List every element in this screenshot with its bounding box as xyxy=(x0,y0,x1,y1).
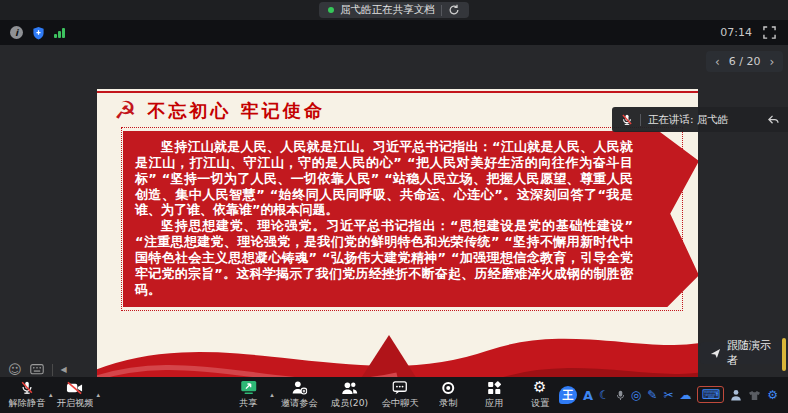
pill-divider xyxy=(441,5,442,16)
mini-divider xyxy=(52,364,53,376)
slide-page-navigator: ‹ 6 / 20 › xyxy=(706,51,783,72)
pointer-icon xyxy=(710,348,721,359)
slide-red-banner: 坚持江山就是人民、人民就是江山。习近平总书记指出：“江山就是人民、人民就是江山，… xyxy=(123,131,698,307)
apps-grid-icon xyxy=(487,380,501,395)
sharing-status-text: 屈弋皓正在共享文档 xyxy=(340,3,435,17)
sharing-status-pill: 屈弋皓正在共享文档 xyxy=(319,2,469,18)
gear-icon: ⚙ xyxy=(533,380,546,395)
caption-icon[interactable] xyxy=(30,364,44,375)
members-icon xyxy=(341,380,358,395)
dark-mode-moon-icon[interactable]: ☾ xyxy=(599,389,610,401)
emoji-picker-icon[interactable]: ◎ xyxy=(631,389,641,401)
active-speaker-badge: 正在讲话: 屈弋皓 xyxy=(612,107,788,132)
handwriting-pen-icon[interactable]: ✎ xyxy=(647,389,657,401)
record-icon xyxy=(442,380,454,395)
camera-off-icon xyxy=(66,380,83,395)
user-profile-icon[interactable] xyxy=(730,389,742,401)
scroll-indicator[interactable] xyxy=(782,338,786,371)
unmute-button[interactable]: 解除静音 xyxy=(4,380,50,410)
switch-share-icon[interactable] xyxy=(448,4,460,16)
meeting-statusbar: i 07:14 xyxy=(0,20,788,45)
page-indicator: 6 / 20 xyxy=(729,55,761,68)
settings-label: 设置 xyxy=(531,397,549,410)
share-button[interactable]: 共享 xyxy=(225,380,271,410)
window-titlebar: 屈弋皓正在共享文档 xyxy=(0,0,788,20)
skin-shirt-icon[interactable] xyxy=(748,390,761,401)
unmute-label: 解除静音 xyxy=(9,397,46,410)
chat-label: 会中聊天 xyxy=(381,397,418,410)
ime-logo-icon[interactable]: 王 xyxy=(559,386,577,404)
invite-person-icon xyxy=(291,380,307,395)
slide-paragraph-2: 坚持思想建党、理论强党。习近平总书记指出：“思想建设是党的基础性建设” “注重思… xyxy=(135,218,633,297)
mic-muted-icon xyxy=(20,380,34,395)
slide-title: 不忘初心 牢记使命 xyxy=(147,99,324,123)
info-icon[interactable]: i xyxy=(10,26,23,39)
slide-paragraph-1: 坚持江山就是人民、人民就是江山。习近平总书记指出：“江山就是人民、人民就是江山，… xyxy=(135,139,633,218)
start-video-label: 开启视频 xyxy=(56,397,93,410)
scissors-icon[interactable]: ✂ xyxy=(663,389,673,401)
badge-divider xyxy=(640,114,641,126)
collapse-strip-icon[interactable]: ◀ xyxy=(61,365,67,374)
next-page-icon[interactable]: › xyxy=(770,55,775,69)
network-signal-icon[interactable] xyxy=(54,27,65,38)
invite-label: 邀请参会 xyxy=(280,397,317,410)
collapse-badge-icon[interactable] xyxy=(767,115,779,125)
invite-button[interactable]: 邀请参会 xyxy=(273,380,325,410)
cloud-icon[interactable]: ☁ xyxy=(679,389,691,401)
prev-page-icon[interactable]: ‹ xyxy=(715,55,720,69)
follow-presenter-button[interactable]: 跟随演示者 xyxy=(700,342,788,364)
meeting-toolbar: 解除静音 ▴ 开启视频 ▴ 共享 xyxy=(0,377,788,413)
record-button[interactable]: 录制 xyxy=(425,380,471,410)
security-shield-icon[interactable] xyxy=(32,26,45,40)
apps-button[interactable]: 应用 xyxy=(471,380,517,410)
chat-button[interactable]: 会中聊天 xyxy=(375,380,425,410)
voice-input-icon[interactable] xyxy=(616,390,625,401)
keyboard-icon: ⌨ xyxy=(701,388,720,401)
sharing-active-dot xyxy=(328,7,334,13)
mic-muted-icon xyxy=(621,113,633,126)
ime-language-icon[interactable]: A xyxy=(583,389,593,402)
chat-icon xyxy=(392,380,407,395)
ime-settings-gear-icon[interactable]: ⚙ xyxy=(767,389,778,401)
record-label: 录制 xyxy=(439,397,457,410)
quick-reaction-strip: ☺ ◀ xyxy=(8,363,67,376)
settings-button[interactable]: ⚙ 设置 xyxy=(517,380,563,410)
members-label: 成员(20) xyxy=(331,397,368,410)
apps-label: 应用 xyxy=(485,397,503,410)
fullscreen-icon[interactable] xyxy=(763,26,776,39)
share-label: 共享 xyxy=(239,397,257,410)
shared-slide: ☭ 不忘初心 牢记使命 坚持江山就是人民、人民就是江山。习近平总书记指出：“江山… xyxy=(97,89,698,413)
meeting-timer: 07:14 xyxy=(720,26,752,39)
follow-presenter-label: 跟随演示者 xyxy=(727,338,778,368)
virtual-keyboard-highlight[interactable]: ⌨ xyxy=(697,386,724,403)
start-video-button[interactable]: 开启视频 xyxy=(52,380,98,410)
emoji-smiley-icon[interactable]: ☺ xyxy=(8,363,22,376)
video-options-caret-icon[interactable]: ▴ xyxy=(97,391,101,399)
screen-share-icon xyxy=(240,380,257,395)
party-emblem-icon: ☭ xyxy=(114,98,136,123)
shared-screen-stage: ☭ 不忘初心 牢记使命 坚持江山就是人民、人民就是江山。习近平总书记指出：“江山… xyxy=(0,45,788,377)
slide-top-rule xyxy=(97,91,698,93)
ime-tray: 王 A ☾ ◎ ✎ ✂ ☁ ⌨ ⚙ xyxy=(559,377,778,413)
active-speaker-label: 正在讲话: 屈弋皓 xyxy=(648,113,728,127)
members-button[interactable]: 成员(20) xyxy=(325,380,375,410)
